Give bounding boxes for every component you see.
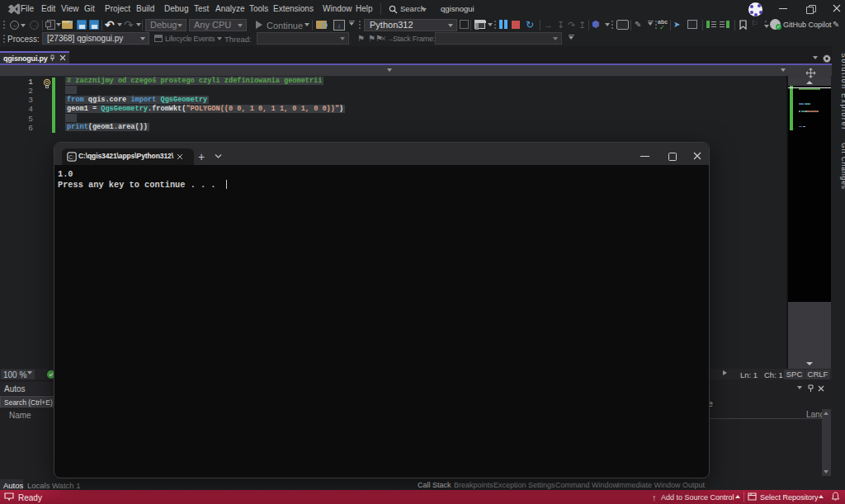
svg-text:Solution Explorer: Solution Explorer — [840, 53, 845, 130]
svg-text:Git Changes: Git Changes — [840, 143, 845, 189]
svg-text:C:: C: — [68, 154, 74, 160]
